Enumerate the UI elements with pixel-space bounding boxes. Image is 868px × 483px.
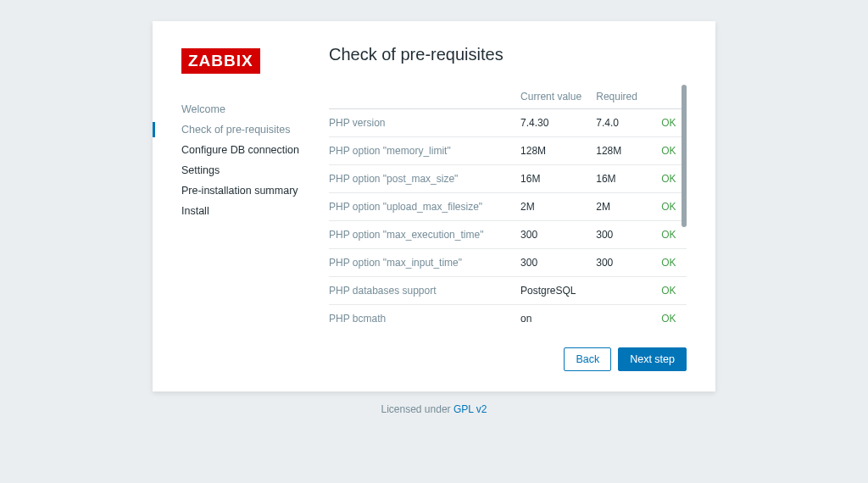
nav-step-db[interactable]: Configure DB connection [181,140,329,160]
sidebar: ZABBIX Welcome Check of pre-requisites C… [181,45,329,371]
license-link[interactable]: GPL v2 [453,403,487,415]
cell-current: 16M [520,165,596,193]
cell-check: PHP option "max_execution_time" [329,221,520,249]
col-required: Required [596,83,661,109]
back-button[interactable]: Back [564,347,611,371]
cell-check: PHP option "post_max_size" [329,165,520,193]
cell-check: PHP bcmath [329,305,520,331]
cell-check: PHP option "upload_max_filesize" [329,193,520,221]
table-row: PHP databases supportPostgreSQLOK [329,277,687,305]
table-row: PHP option "max_execution_time"300300OK [329,221,687,249]
cell-current: 128M [520,137,596,165]
table-row: PHP bcmathonOK [329,305,687,331]
scrollbar[interactable] [682,85,687,227]
nav-step-install[interactable]: Install [181,201,329,221]
nav-step-settings[interactable]: Settings [181,160,329,180]
main-content: Check of pre-requisites Current value Re… [329,45,687,371]
prereq-table-wrap: Current value Required PHP version7.4.30… [329,83,687,330]
zabbix-logo: ZABBIX [181,48,260,74]
cell-required [596,305,661,331]
cell-status: OK [661,249,687,277]
cell-required: 300 [596,249,661,277]
installer-card: ZABBIX Welcome Check of pre-requisites C… [153,21,715,391]
prereq-table: Current value Required PHP version7.4.30… [329,83,687,330]
cell-required: 7.4.0 [596,109,661,137]
page-title: Check of pre-requisites [329,45,687,64]
table-header-row: Current value Required [329,83,687,109]
button-row: Back Next step [329,347,687,371]
cell-check: PHP version [329,109,520,137]
table-row: PHP option "memory_limit"128M128MOK [329,137,687,165]
cell-current: 7.4.30 [520,109,596,137]
table-row: PHP version7.4.307.4.0OK [329,109,687,137]
cell-current: 300 [520,221,596,249]
cell-check: PHP option "memory_limit" [329,137,520,165]
cell-required: 128M [596,137,661,165]
col-check [329,83,520,109]
table-row: PHP option "upload_max_filesize"2M2MOK [329,193,687,221]
cell-current: 2M [520,193,596,221]
cell-current: on [520,305,596,331]
nav-step-prerequisites[interactable]: Check of pre-requisites [181,119,329,140]
cell-check: PHP databases support [329,277,520,305]
nav-step-welcome[interactable]: Welcome [181,99,329,119]
cell-check: PHP option "max_input_time" [329,249,520,277]
cell-required [596,277,661,305]
cell-required: 16M [596,165,661,193]
table-row: PHP option "max_input_time"300300OK [329,249,687,277]
cell-status: OK [661,305,687,331]
cell-required: 300 [596,221,661,249]
cell-current: 300 [520,249,596,277]
license-text: Licensed under GPL v2 [381,403,487,415]
table-row: PHP option "post_max_size"16M16MOK [329,165,687,193]
col-current: Current value [520,83,596,109]
cell-required: 2M [596,193,661,221]
step-nav: Welcome Check of pre-requisites Configur… [181,99,329,221]
cell-current: PostgreSQL [520,277,596,305]
next-step-button[interactable]: Next step [618,347,687,371]
nav-step-summary[interactable]: Pre-installation summary [181,180,329,201]
cell-status: OK [661,277,687,305]
